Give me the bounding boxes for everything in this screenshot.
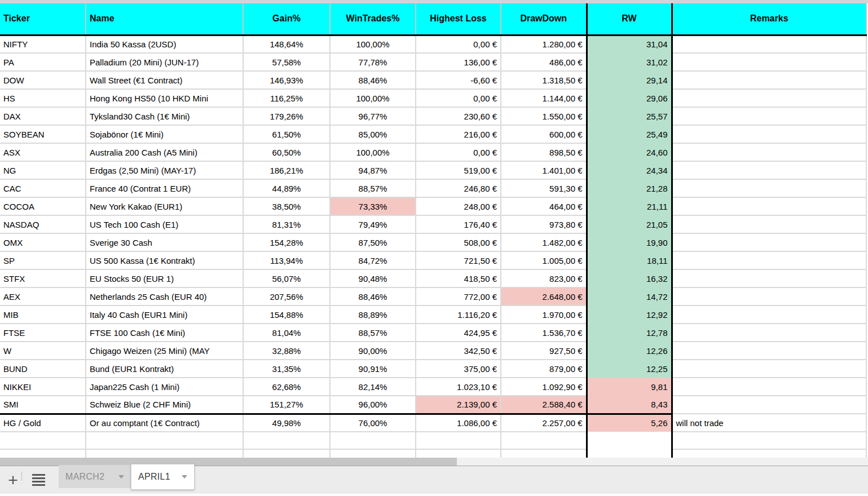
cell-loss[interactable]: 246,80 € (416, 179, 501, 197)
cell-name[interactable]: India 50 Kassa (2USD) (86, 35, 243, 53)
cell-ticker[interactable]: NG (0, 161, 86, 179)
header-highest-loss[interactable]: Highest Loss (416, 3, 501, 35)
cell-ticker[interactable]: SP (0, 251, 86, 269)
cell-name[interactable] (86, 432, 243, 449)
cell-gain[interactable]: 148,64% (243, 35, 330, 53)
cell-win[interactable]: 76,00% (330, 414, 416, 432)
cell-drawdown[interactable]: 823,00 € (501, 269, 587, 287)
cell-win[interactable]: 88,57% (330, 324, 416, 342)
cell-remarks[interactable] (672, 215, 866, 233)
cell-remarks[interactable] (672, 324, 866, 342)
cell-loss[interactable]: 0,00 € (416, 35, 501, 53)
cell-drawdown[interactable]: 2.257,00 € (501, 414, 587, 432)
cell-loss[interactable]: 772,00 € (416, 287, 501, 305)
cell-loss[interactable]: 721,50 € (416, 251, 501, 269)
cell-gain[interactable] (243, 432, 330, 449)
cell-name[interactable]: Or au comptant (1€ Contract) (86, 414, 243, 432)
cell-gain[interactable]: 116,25% (243, 89, 330, 107)
sheet-tab-march2[interactable]: MARCH2 (59, 465, 131, 488)
cell-remarks[interactable] (672, 107, 866, 125)
cell-rw[interactable]: 12,78 (587, 324, 672, 342)
cell-drawdown[interactable]: 1.970,00 € (501, 305, 587, 324)
cell-remarks[interactable] (672, 143, 866, 161)
header-ticker[interactable]: Ticker (0, 3, 86, 35)
cell-ticker[interactable]: NIFTY (0, 35, 86, 53)
cell-win[interactable]: 88,57% (330, 179, 416, 197)
cell-gain[interactable]: 32,88% (243, 342, 330, 360)
cell-win[interactable]: 84,72% (330, 251, 416, 269)
cell-rw[interactable]: 5,26 (587, 414, 672, 432)
cell-rw[interactable]: 21,11 (587, 197, 672, 215)
cell-remarks[interactable] (672, 179, 866, 197)
cell-ticker[interactable]: HS (0, 89, 86, 107)
cell-win[interactable]: 77,78% (330, 53, 416, 71)
cell-remarks[interactable] (672, 53, 866, 71)
cell-drawdown[interactable]: 927,50 € (501, 342, 587, 360)
cell-drawdown[interactable]: 1.092,90 € (501, 378, 587, 396)
cell-rw[interactable]: 12,92 (587, 305, 672, 324)
cell-drawdown[interactable] (501, 432, 587, 449)
cell-loss[interactable]: 418,50 € (416, 269, 501, 287)
cell-gain[interactable]: 186,21% (243, 161, 330, 179)
cell-remarks[interactable] (672, 161, 866, 179)
cell-remarks[interactable] (672, 449, 866, 458)
cell-rw[interactable] (587, 449, 672, 458)
cell-ticker[interactable]: COCOA (0, 197, 86, 215)
cell-loss[interactable] (416, 432, 501, 449)
cell-name[interactable]: Wall Street (€1 Contract) (86, 71, 243, 89)
header-remarks[interactable]: Remarks (672, 3, 866, 35)
cell-gain[interactable]: 62,68% (243, 378, 330, 396)
cell-rw[interactable]: 29,06 (587, 89, 672, 107)
cell-name[interactable]: New York Kakao (EUR1) (86, 197, 243, 215)
cell-remarks[interactable] (672, 305, 866, 324)
cell-remarks[interactable] (672, 287, 866, 305)
cell-remarks[interactable] (672, 360, 866, 378)
cell-rw[interactable]: 12,26 (587, 342, 672, 360)
sheet-tab-april1[interactable]: APRIL1 (131, 464, 195, 490)
cell-gain[interactable]: 31,35% (243, 360, 330, 378)
cell-win[interactable] (330, 432, 416, 449)
chevron-down-icon[interactable] (182, 475, 187, 479)
cell-gain[interactable]: 38,50% (243, 197, 330, 215)
cell-remarks[interactable] (672, 378, 866, 396)
cell-gain[interactable]: 61,50% (243, 125, 330, 143)
cell-rw[interactable]: 24,60 (587, 143, 672, 161)
cell-name[interactable]: Tyksland30 Cash (1€ Mini) (86, 107, 243, 125)
cell-loss[interactable]: 216,00 € (416, 125, 501, 143)
cell-ticker[interactable]: NIKKEI (0, 378, 86, 396)
cell-win[interactable]: 96,77% (330, 107, 416, 125)
cell-ticker[interactable]: BUND (0, 360, 86, 378)
cell-remarks[interactable] (672, 89, 866, 107)
cell-name[interactable]: France 40 (Contrat 1 EUR) (86, 179, 243, 197)
cell-loss[interactable]: 519,00 € (416, 161, 501, 179)
cell-gain[interactable]: 60,50% (243, 143, 330, 161)
cell-ticker[interactable]: PA (0, 53, 86, 71)
header-rw[interactable]: RW (587, 3, 672, 35)
cell-drawdown[interactable]: 1.550,00 € (501, 107, 587, 125)
cell-ticker[interactable]: DOW (0, 71, 86, 89)
header-gain[interactable]: Gain% (243, 3, 330, 35)
cell-rw[interactable]: 18,11 (587, 251, 672, 269)
cell-gain[interactable]: 44,89% (243, 179, 330, 197)
cell-drawdown[interactable]: 600,00 € (501, 125, 587, 143)
cell-loss[interactable]: 230,60 € (416, 107, 501, 125)
cell-rw[interactable]: 14,72 (587, 287, 672, 305)
cell-win[interactable]: 85,00% (330, 125, 416, 143)
cell-gain[interactable]: 49,98% (243, 414, 330, 432)
cell-drawdown[interactable]: 1.482,00 € (501, 233, 587, 251)
cell-loss[interactable]: 1.023,10 € (416, 378, 501, 396)
cell-ticker[interactable] (0, 432, 86, 449)
cell-drawdown[interactable]: 1.144,00 € (501, 89, 587, 107)
cell-win[interactable]: 90,48% (330, 269, 416, 287)
cell-remarks[interactable] (672, 125, 866, 143)
cell-drawdown[interactable]: 898,50 € (501, 143, 587, 161)
header-wintrades[interactable]: WinTrades% (330, 3, 416, 35)
cell-rw[interactable]: 16,32 (587, 269, 672, 287)
cell-win[interactable]: 100,00% (330, 35, 416, 53)
cell-drawdown[interactable]: 464,00 € (501, 197, 587, 215)
cell-loss[interactable]: 136,00 € (416, 53, 501, 71)
cell-remarks[interactable] (672, 432, 866, 449)
cell-win[interactable] (330, 449, 416, 458)
cell-win[interactable]: 100,00% (330, 89, 416, 107)
cell-gain[interactable]: 56,07% (243, 269, 330, 287)
